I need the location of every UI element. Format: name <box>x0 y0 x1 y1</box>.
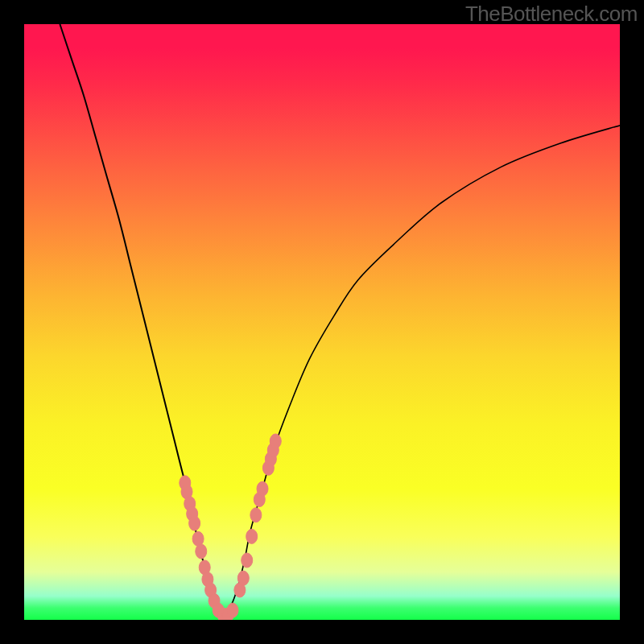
marker-bead <box>227 603 238 617</box>
chart-container: TheBottleneck.com <box>0 0 644 644</box>
marker-bead <box>189 516 200 530</box>
marker-bead <box>246 529 258 543</box>
curve-overlay <box>24 24 620 620</box>
marker-group <box>180 434 281 620</box>
marker-bead <box>237 571 249 585</box>
marker-bead <box>196 544 207 559</box>
marker-bead <box>257 481 268 496</box>
plot-area <box>24 24 620 620</box>
marker-bead <box>250 508 262 522</box>
attribution-label: TheBottleneck.com <box>465 2 638 27</box>
marker-bead <box>242 553 253 568</box>
right-curve <box>224 126 620 617</box>
marker-bead <box>270 434 281 448</box>
